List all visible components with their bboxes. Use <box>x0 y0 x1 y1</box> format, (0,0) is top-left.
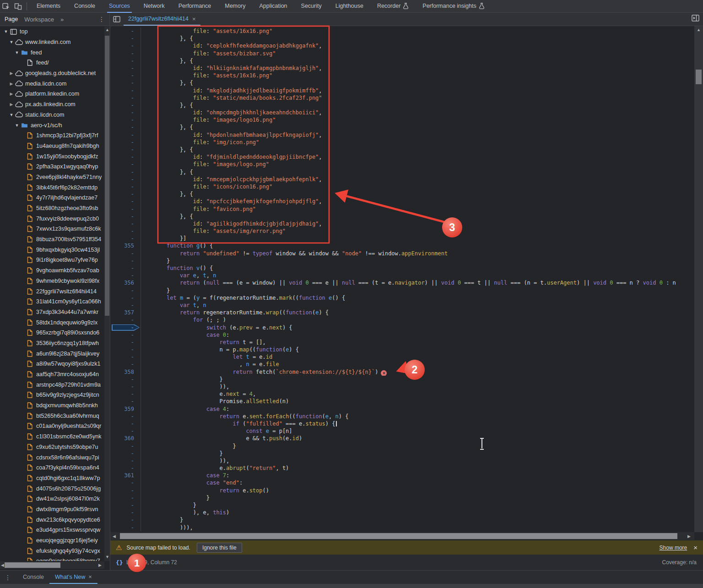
tree-item[interactable]: ▼aero-v1/sc/h <box>0 120 104 130</box>
tree-item[interactable]: bdqjxmvumqwh8b5nnkh <box>0 400 104 411</box>
line-number[interactable]: - <box>110 168 141 176</box>
editor-vertical-scrollbar[interactable]: ▲ <box>694 26 703 532</box>
device-toolbar-icon[interactable] <box>12 1 24 11</box>
tree-item[interactable]: d4075s6h20875o25006jg <box>0 483 104 494</box>
tree-item[interactable]: c1l301sbsmc6ze0wd5ynk <box>0 432 104 442</box>
code-line[interactable]: - var t, n <box>110 302 694 309</box>
tree-item[interactable]: 3ibk45t6rf6p2k82emttdp <box>0 182 104 193</box>
code-line[interactable]: - file: "assets/bizbar.svg" <box>110 50 694 57</box>
line-number[interactable]: - <box>110 42 141 49</box>
tree-item[interactable]: coa7f3ykpl4n59lxspa6n4 <box>0 463 104 473</box>
chevron-down-icon[interactable]: ▼ <box>8 113 15 117</box>
toggle-right-panel-icon[interactable] <box>692 15 699 23</box>
code-line[interactable]: -} <box>110 287 694 294</box>
code-line[interactable]: - } <box>110 450 694 457</box>
code-line[interactable]: - } <box>110 442 694 450</box>
drawer-tab-console[interactable]: Console <box>17 571 49 584</box>
code-line[interactable]: 361 case 7: <box>110 472 694 479</box>
tree-item[interactable]: feed/ <box>0 58 104 68</box>
scrollbar-thumb[interactable] <box>696 70 702 84</box>
line-number[interactable]: - <box>110 502 141 509</box>
code-line[interactable]: -let m = (y = f(regeneratorRuntime.mark(… <box>110 294 694 302</box>
panel-tab-memory[interactable]: Memory <box>223 0 247 13</box>
line-number[interactable]: - <box>110 116 141 124</box>
tree-item[interactable]: 2vee6pj8kl4haykw571nny <box>0 172 104 183</box>
line-number[interactable]: - <box>110 124 141 131</box>
tree-item[interactable]: eggp9niqsheqqi58bnmv7 <box>0 556 104 561</box>
code-line[interactable]: - return t = [], <box>110 339 694 346</box>
close-tab-icon[interactable]: × <box>192 16 196 22</box>
line-number[interactable]: - <box>110 79 141 86</box>
sidebar-menu-icon[interactable]: ⋮ <box>98 16 105 23</box>
code-line[interactable]: - const e = p[n] <box>110 427 694 435</box>
panel-tab-security[interactable]: Security <box>299 0 324 13</box>
pretty-print-icon[interactable]: {} <box>116 559 123 566</box>
tree-item[interactable]: ▶platform.linkedin.com <box>0 89 104 99</box>
code-line[interactable]: - id: "fdjminldlpednddoeokglgpjiibncfpe"… <box>110 153 694 161</box>
tree-item[interactable]: 8tibuza700ltsv57951ff354 <box>0 234 104 245</box>
editor-tab[interactable]: 22fggrlii7wsltz6fl4hii414 × <box>124 13 200 26</box>
tree-item[interactable]: 37xdp3k34u44u7a7wnkr <box>0 307 104 318</box>
line-number[interactable]: - <box>110 257 141 264</box>
line-number[interactable]: - <box>110 464 141 472</box>
code-line[interactable]: - switch (e.prev = e.next) { <box>110 324 694 331</box>
tree-item[interactable]: 2pfha3apx1wgyqaq0hyp <box>0 162 104 172</box>
panel-tab-console[interactable]: Console <box>72 0 97 13</box>
line-number[interactable]: 358 <box>110 368 141 376</box>
code-line[interactable]: - return "undefined" != typeof window &&… <box>110 250 694 257</box>
line-number[interactable]: - <box>110 50 141 57</box>
chevron-right-icon[interactable]: ▶ <box>8 92 15 96</box>
code-line[interactable]: - id: "npcfccjbkefemjkfogefnhojohpdjflg"… <box>110 198 694 205</box>
line-number[interactable]: 355 <box>110 242 141 249</box>
tab-workspace[interactable]: Workspace <box>24 16 54 23</box>
line-number[interactable]: - <box>110 427 141 435</box>
line-number[interactable]: - <box>110 109 141 116</box>
selected-line-marker[interactable]: - <box>110 324 141 331</box>
tree-item[interactable]: arstnpc48p729h01vdm9a <box>0 379 104 390</box>
code-line[interactable]: - ), e, this) <box>110 509 694 516</box>
show-more-link[interactable]: Show more <box>660 545 687 551</box>
code-line[interactable]: - let t = e.id <box>110 353 694 361</box>
chevron-down-icon[interactable]: ▼ <box>14 50 20 55</box>
scroll-down-icon[interactable]: ▼ <box>105 555 109 559</box>
panel-tab-application[interactable]: Application <box>257 0 289 13</box>
code-line[interactable]: - if ("fulfilled" === e.status) { <box>110 420 694 427</box>
line-number[interactable]: - <box>110 361 141 368</box>
tree-item[interactable]: aaf5qh73mrc4osoxju64n <box>0 369 104 380</box>
code-line[interactable]: - ))), <box>110 524 694 531</box>
line-number[interactable]: - <box>110 87 141 94</box>
code-line[interactable]: - }] <box>110 235 694 242</box>
panel-tab-sources[interactable]: Sources <box>107 0 132 13</box>
tree-item[interactable]: dw41w2slpsj60847l0m2k <box>0 494 104 504</box>
line-number[interactable]: - <box>110 316 141 324</box>
sidebar-horizontal-scrollbar[interactable]: ◀ ▶ <box>0 561 104 569</box>
code-line[interactable]: - n = p.map((function(e) { <box>110 346 694 353</box>
scroll-right-icon[interactable]: ▶ <box>98 563 102 567</box>
line-number[interactable]: - <box>110 35 141 42</box>
code-line[interactable]: - id: "hlkiignknimkfafapmgpbnbnmkajgljh"… <box>110 65 694 72</box>
line-number[interactable]: - <box>110 250 141 257</box>
tree-item[interactable]: ▶px.ads.linkedin.com <box>0 99 104 110</box>
editor-horizontal-scrollbar[interactable]: ◀ ▶ <box>110 532 694 540</box>
tree-item[interactable]: cqtd0hgi6gxc1q18kww7p <box>0 473 104 484</box>
tree-item[interactable]: c9xu62utytshs59obpe7u <box>0 442 104 453</box>
scroll-left-icon[interactable]: ◀ <box>1 563 4 567</box>
line-number[interactable]: - <box>110 479 141 486</box>
code-line[interactable]: 360 e && t.push(e.id) <box>110 435 694 442</box>
scrollbar-thumb[interactable] <box>105 36 109 316</box>
line-number[interactable]: - <box>110 220 141 227</box>
line-number[interactable]: - <box>110 524 141 531</box>
line-number[interactable]: - <box>110 346 141 353</box>
code-line[interactable]: - id: "hpdonlnaehfbmhaeajlppcfkngapiofj"… <box>110 131 694 139</box>
code-line[interactable]: - case "end": <box>110 479 694 486</box>
tree-item[interactable]: 965xzrbgi7q89i0sxsndo6 <box>0 328 104 338</box>
line-number[interactable]: 360 <box>110 435 141 442</box>
tree-item[interactable]: 7xwvx1z3s9qasmufz8c6k <box>0 224 104 234</box>
code-line[interactable]: - file: "assets/16x16.png" <box>110 72 694 79</box>
tree-item[interactable]: 7fuxvyiz8ddeewpuq2cb0 <box>0 213 104 224</box>
code-line[interactable]: - }, { <box>110 190 694 198</box>
line-number[interactable]: - <box>110 413 141 420</box>
code-line[interactable]: - }, { <box>110 35 694 42</box>
chevron-down-icon[interactable]: ▼ <box>14 123 20 128</box>
line-number[interactable]: - <box>110 287 141 294</box>
